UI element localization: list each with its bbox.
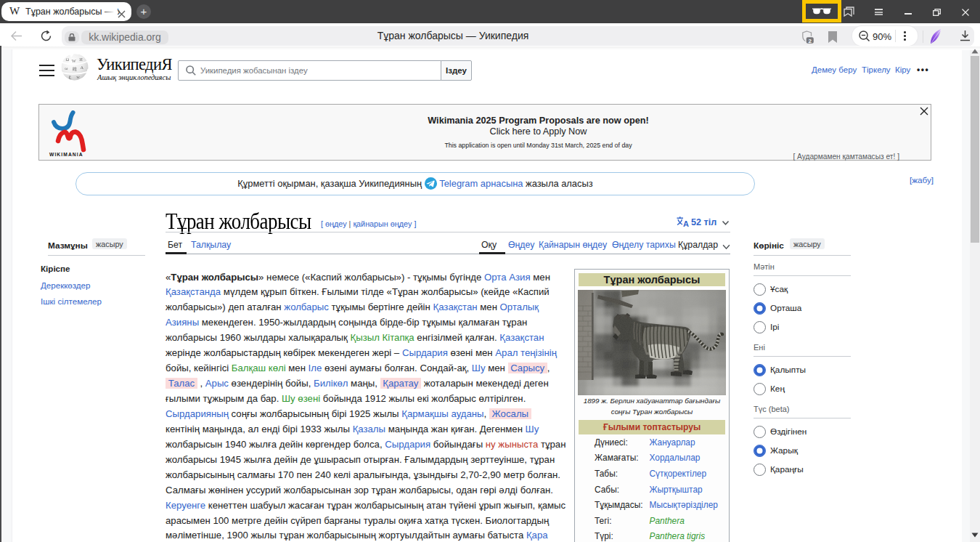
svg-text:2: 2 [809,38,812,44]
svg-text:A: A [80,65,83,70]
svg-text:ع: ع [69,73,72,79]
svg-text:W: W [72,58,76,63]
svg-text:ω: ω [65,65,68,70]
svg-text:維: 維 [72,66,78,71]
svg-text:Ω: Ω [65,57,69,62]
svg-text:A: A [683,219,689,228]
svg-text:И: И [79,57,83,62]
svg-text:w: w [76,74,80,79]
